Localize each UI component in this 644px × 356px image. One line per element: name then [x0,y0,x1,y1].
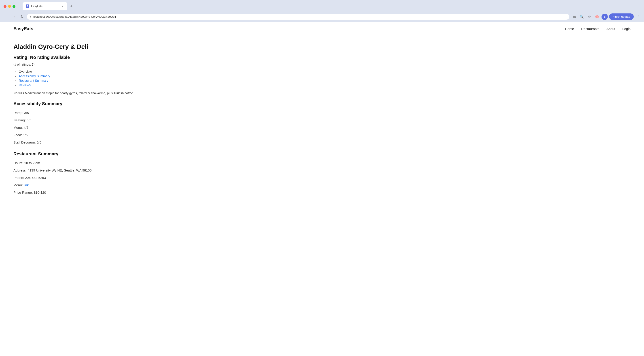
zoom-icon[interactable]: 🔍 [579,14,585,20]
rating-heading: Rating: No rating available [14,55,188,60]
accessibility-menu: Menu: 4/5 [14,126,188,129]
summary-hours: Hours: 10 to 2 am [14,161,188,165]
traffic-light-yellow[interactable] [8,5,11,8]
nav-about[interactable]: About [606,27,615,31]
summary-menu-link[interactable]: link [24,183,29,187]
address-bar[interactable]: ● localhost:3000/restaurants/Aladdin%20G… [27,14,569,20]
reload-button[interactable]: ↻ [19,14,25,20]
new-tab-button[interactable]: + [68,3,74,10]
traffic-lights [4,5,16,8]
restaurant-summary-heading: Restaurant Summary [14,151,188,156]
restaurant-description: No-frills Mediterranean staple for heart… [14,91,188,95]
forward-button[interactable]: → [11,14,17,20]
browser-toolbar: ← → ↻ ● localhost:3000/restaurants/Aladd… [0,12,644,22]
toc-restaurant-summary: Restaurant Summary [19,79,188,82]
toc-reviews-link[interactable]: Reviews [19,83,31,87]
site-logo: EasyEats [14,26,33,31]
tab-title: EasyEats [31,5,59,8]
site-navigation: EasyEats Home Restaurants About Login [0,22,644,36]
toc-accessibility: Accessibility Summary [19,74,188,78]
toc-overview: Overview [19,70,188,73]
url-display: localhost:3000/restaurants/Aladdin%20Gyr… [33,15,566,18]
nav-home[interactable]: Home [565,27,574,31]
page-content: EasyEats Home Restaurants About Login Al… [0,22,644,356]
table-of-contents: Overview Accessibility Summary Restauran… [14,70,188,87]
accessibility-items: Ramp: 3/5 Seating: 5/5 Menu: 4/5 Food: 1… [14,111,188,144]
back-button[interactable]: ← [3,14,9,20]
ratings-count: (# of ratings: 2) [14,63,188,66]
toc-overview-label: Overview [19,70,32,73]
traffic-light-red[interactable] [4,5,6,8]
finish-update-button[interactable]: Finish update [609,14,634,20]
summary-address: Address: 4139 University Wy NE, Seattle,… [14,168,188,172]
tab-favicon: E [26,5,29,8]
screen-capture-icon[interactable]: ▭ [571,14,577,20]
toolbar-actions: ▭ 🔍 ☆ 🧠 S Finish update ⋮ [571,14,641,20]
summary-phone: Phone: 206-632-5253 [14,176,188,180]
traffic-light-green[interactable] [12,5,16,8]
browser-titlebar: E EasyEats ✕ + [0,0,644,12]
accessibility-summary-heading: Accessibility Summary [14,101,188,106]
bookmark-icon[interactable]: ☆ [586,14,592,20]
accessibility-food: Food: 1/5 [14,133,188,137]
nav-login[interactable]: Login [622,27,630,31]
profile-avatar[interactable]: S [602,14,608,20]
accessibility-staff: Staff Decorum: 5/5 [14,140,188,144]
accessibility-seating: Seating: 5/5 [14,118,188,122]
extensions-icon[interactable]: 🧠 [594,14,600,20]
accessibility-ramp: Ramp: 3/5 [14,111,188,115]
active-tab[interactable]: E EasyEats ✕ [22,2,67,10]
summary-menu-label: Menu: [14,183,24,187]
main-content: Aladdin Gyro-Cery & Deli Rating: No rati… [0,36,201,209]
restaurant-summary-section: Restaurant Summary Hours: 10 to 2 am Add… [14,151,188,194]
toc-reviews: Reviews [19,83,188,87]
summary-menu: Menu: link [14,183,188,187]
accessibility-summary-section: Accessibility Summary Ramp: 3/5 Seating:… [14,101,188,144]
tab-close-button[interactable]: ✕ [60,5,64,8]
toc-accessibility-link[interactable]: Accessibility Summary [19,74,50,78]
toc-restaurant-summary-link[interactable]: Restaurant Summary [19,79,48,82]
browser-chrome: E EasyEats ✕ + ← → ↻ ● localhost:3000/re… [0,0,644,22]
lock-icon: ● [30,15,32,18]
tab-bar: E EasyEats ✕ + [19,2,78,10]
browser-menu-button[interactable]: ⋮ [635,14,641,20]
restaurant-title: Aladdin Gyro-Cery & Deli [14,43,188,50]
site-nav-links: Home Restaurants About Login [565,27,630,31]
summary-price-range: Price Range: $10-$20 [14,191,188,194]
nav-restaurants[interactable]: Restaurants [581,27,599,31]
